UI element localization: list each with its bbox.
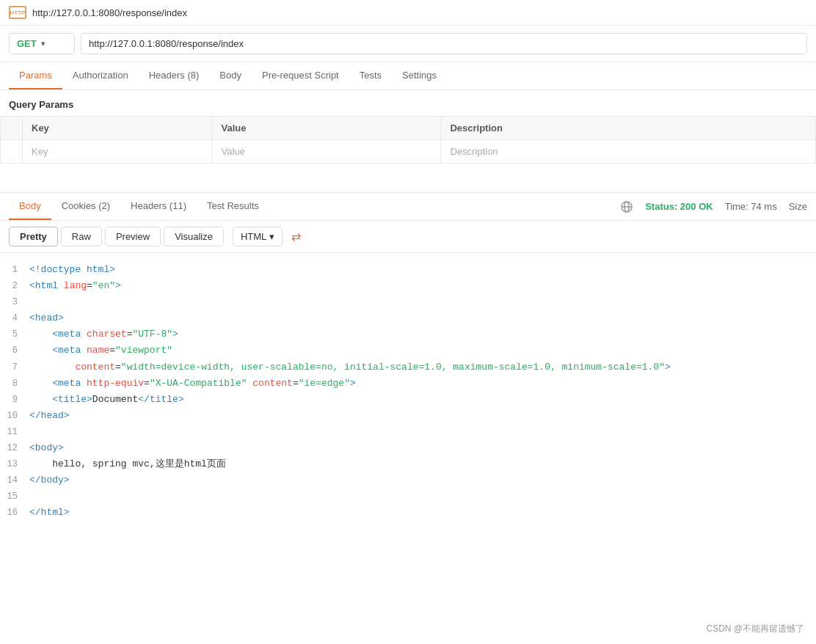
filter-icon[interactable]: ⇄ — [291, 230, 301, 244]
line-content: </body> — [29, 472, 816, 489]
title-url: http://127.0.0.1:8080/response/index — [32, 7, 187, 18]
line-number: 12 — [0, 440, 29, 455]
code-line: 10</head> — [0, 408, 816, 424]
line-number: 7 — [0, 359, 29, 375]
status-ok: Status: 200 OK — [645, 201, 713, 212]
line-content: <head> — [29, 310, 816, 326]
code-line: 3 — [0, 294, 816, 310]
line-content — [29, 294, 816, 310]
line-content: content="width=device-width, user-scalab… — [29, 359, 816, 376]
section-spacer — [0, 164, 816, 193]
tab-body[interactable]: Body — [209, 62, 252, 89]
line-number: 6 — [0, 343, 29, 358]
code-line: 13 hello, spring mvc,这里是html页面 — [0, 456, 816, 472]
line-content: <meta http-equiv="X-UA-Compatible" conte… — [29, 376, 816, 392]
line-content: <html lang="en"> — [29, 278, 816, 294]
line-content: <title>Document</title> — [29, 392, 816, 408]
code-line: 2<html lang="en"> — [0, 278, 816, 294]
response-header: Body Cookies (2) Headers (11) Test Resul… — [0, 193, 816, 221]
format-pretty-button[interactable]: Pretty — [9, 227, 58, 246]
format-raw-button[interactable]: Raw — [61, 227, 102, 246]
request-tabs-row: Params Authorization Headers (8) Body Pr… — [0, 62, 816, 90]
response-size: Size — [789, 201, 807, 212]
tab-response-headers[interactable]: Headers (11) — [120, 193, 197, 220]
code-line: 7 content="width=device-width, user-scal… — [0, 359, 816, 376]
line-number: 9 — [0, 392, 29, 407]
line-number: 8 — [0, 376, 29, 391]
line-number: 2 — [0, 278, 29, 293]
status-badge: Status: 200 OK — [645, 201, 713, 212]
line-number: 3 — [0, 294, 29, 310]
chevron-down-icon: ▾ — [41, 40, 45, 48]
format-preview-button[interactable]: Preview — [105, 227, 161, 246]
code-viewer: 1<!doctype html>2<html lang="en">3 4<hea… — [0, 253, 816, 530]
code-line: 1<!doctype html> — [0, 262, 816, 278]
line-content: hello, spring mvc,这里是html页面 — [29, 456, 816, 472]
tab-tests[interactable]: Tests — [349, 62, 392, 89]
method-dropdown[interactable]: GET ▾ — [9, 33, 75, 54]
http-icon: HTTP — [9, 6, 26, 19]
tab-cookies[interactable]: Cookies (2) — [51, 193, 120, 220]
line-number: 15 — [0, 489, 29, 504]
line-number: 11 — [0, 424, 29, 439]
response-meta: Status: 200 OK Time: 74 ms Size — [620, 200, 807, 213]
line-number: 14 — [0, 472, 29, 488]
line-content: <!doctype html> — [29, 262, 816, 278]
tab-pre-request-script[interactable]: Pre-request Script — [252, 62, 349, 89]
line-content — [29, 424, 816, 440]
row-value[interactable]: Value — [212, 140, 441, 164]
url-input[interactable] — [81, 33, 807, 54]
format-bar: Pretty Raw Preview Visualize HTML ▾ ⇄ — [0, 221, 816, 253]
line-content — [29, 489, 816, 505]
line-content: <meta charset="UTF-8"> — [29, 326, 816, 343]
globe-icon — [620, 200, 633, 213]
line-content: <body> — [29, 440, 816, 456]
tab-headers[interactable]: Headers (8) — [139, 62, 210, 89]
tab-authorization[interactable]: Authorization — [62, 62, 139, 89]
params-table: Key Value Description Key Value Descript… — [0, 116, 816, 164]
row-description[interactable]: Description — [441, 140, 816, 164]
code-line: 14</body> — [0, 472, 816, 489]
line-number: 10 — [0, 408, 29, 423]
code-line: 8 <meta http-equiv="X-UA-Compatible" con… — [0, 376, 816, 392]
tab-test-results[interactable]: Test Results — [197, 193, 269, 220]
response-time: Time: 74 ms — [725, 201, 777, 212]
response-tabs: Body Cookies (2) Headers (11) Test Resul… — [9, 193, 269, 220]
line-number: 16 — [0, 505, 29, 520]
method-label: GET — [17, 38, 37, 49]
tab-response-body[interactable]: Body — [9, 193, 51, 220]
code-line: 9 <title>Document</title> — [0, 392, 816, 408]
tab-params[interactable]: Params — [9, 62, 62, 89]
row-checkbox[interactable] — [1, 140, 23, 164]
code-line: 12<body> — [0, 440, 816, 456]
col-key-header: Key — [23, 117, 212, 140]
code-line: 15 — [0, 489, 816, 505]
line-content: </head> — [29, 408, 816, 424]
line-number: 1 — [0, 262, 29, 277]
table-row: Key Value Description — [1, 140, 816, 164]
line-number: 5 — [0, 326, 29, 342]
row-key[interactable]: Key — [23, 140, 212, 164]
line-number: 4 — [0, 310, 29, 326]
col-description-header: Description — [441, 117, 816, 140]
format-type-dropdown[interactable]: HTML ▾ — [233, 227, 283, 246]
line-content: <meta name="viewport" — [29, 343, 816, 359]
code-line: 5 <meta charset="UTF-8"> — [0, 326, 816, 343]
code-line: 11 — [0, 424, 816, 440]
tab-settings[interactable]: Settings — [392, 62, 447, 89]
title-bar: HTTP http://127.0.0.1:8080/response/inde… — [0, 0, 816, 26]
chevron-down-icon: ▾ — [269, 231, 274, 242]
format-type-label: HTML — [241, 231, 266, 242]
code-line: 6 <meta name="viewport" — [0, 343, 816, 359]
code-line: 4<head> — [0, 310, 816, 326]
code-line: 16</html> — [0, 505, 816, 521]
format-visualize-button[interactable]: Visualize — [164, 227, 224, 246]
query-params-title: Query Params — [0, 90, 816, 116]
line-content: </html> — [29, 505, 816, 521]
col-checkbox — [1, 117, 23, 140]
url-bar: GET ▾ — [0, 26, 816, 62]
col-value-header: Value — [212, 117, 441, 140]
line-number: 13 — [0, 456, 29, 472]
